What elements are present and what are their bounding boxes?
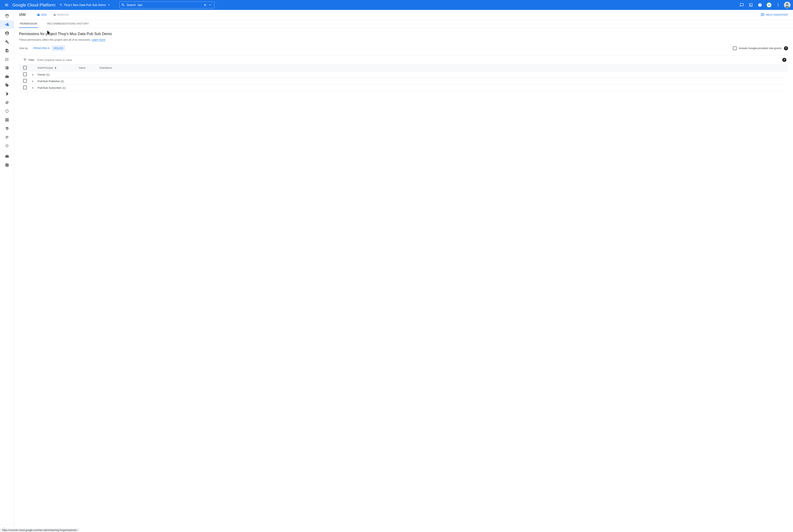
help-label: HELP ASSISTANT bbox=[766, 13, 788, 16]
learn-more-link[interactable]: Learn more bbox=[92, 38, 105, 41]
person-circle-icon bbox=[5, 31, 9, 36]
add-label: ADD bbox=[41, 13, 47, 16]
search-input[interactable] bbox=[138, 3, 203, 6]
badge-icon bbox=[5, 75, 9, 79]
nav-org-policies[interactable] bbox=[2, 55, 12, 63]
main-content: IAM ADD REMOVE HELP ASSISTANT PERMISSION… bbox=[14, 10, 793, 532]
gear-icon bbox=[5, 100, 9, 104]
grid-expand-icon bbox=[5, 118, 9, 122]
expand-row-button[interactable] bbox=[31, 80, 38, 83]
table-header: Role/Principal Name Inheritance bbox=[19, 64, 788, 71]
filter-help-button[interactable]: ? bbox=[782, 58, 787, 62]
filter-label: Filter bbox=[29, 58, 35, 61]
remove-button[interactable]: REMOVE bbox=[51, 11, 71, 19]
filter-input[interactable] bbox=[37, 58, 782, 61]
chevron-right-icon bbox=[31, 73, 34, 76]
notification-count: 6 bbox=[767, 2, 772, 8]
col-inheritance[interactable]: Inheritance bbox=[99, 66, 124, 69]
table-row: Pub/Sub Publisher (2) bbox=[19, 78, 788, 84]
nav-tags[interactable] bbox=[2, 90, 12, 98]
chat-button[interactable] bbox=[738, 1, 746, 9]
nav-iap[interactable] bbox=[2, 116, 12, 124]
chat-help-icon bbox=[761, 13, 764, 17]
view-by-label: View by: bbox=[19, 47, 28, 50]
tab-permission[interactable]: PERMISSION bbox=[19, 20, 38, 28]
filter-icon bbox=[23, 58, 27, 62]
search-clear-button[interactable] bbox=[203, 2, 207, 7]
filter-row: Filter ? bbox=[19, 55, 788, 64]
expand-row-button[interactable] bbox=[31, 87, 38, 89]
nav-roles[interactable] bbox=[2, 125, 12, 133]
row-checkbox[interactable] bbox=[23, 72, 27, 76]
chevron-down-icon bbox=[208, 3, 212, 7]
more-button[interactable] bbox=[774, 1, 782, 9]
nav-iam-admin[interactable] bbox=[2, 12, 12, 20]
search-dropdown-button[interactable] bbox=[207, 2, 213, 7]
row-checkbox[interactable] bbox=[23, 86, 27, 89]
tag-icon bbox=[5, 83, 9, 87]
help-assistant-button[interactable]: HELP ASSISTANT bbox=[761, 13, 788, 17]
key-box-icon bbox=[5, 66, 9, 70]
nav-identity[interactable] bbox=[2, 29, 12, 37]
page-title: IAM bbox=[19, 13, 25, 17]
project-selector[interactable]: Thuy's Mux Data Pub Sub Demo bbox=[59, 3, 111, 7]
notifications-button[interactable]: 6 bbox=[765, 1, 773, 9]
permissions-description: These permissions affect this project an… bbox=[19, 38, 788, 41]
role-label: Pub/Sub Publisher (2) bbox=[38, 80, 788, 83]
nav-settings[interactable] bbox=[2, 98, 12, 107]
col-name[interactable]: Name bbox=[79, 66, 99, 69]
nav-essential-contacts[interactable] bbox=[2, 142, 12, 150]
status-bar-url: https://console.cloud.google.com/iam-adm… bbox=[0, 528, 79, 532]
include-google-help-button[interactable]: ? bbox=[784, 46, 788, 50]
wrench-icon bbox=[5, 40, 9, 44]
select-all-checkbox[interactable] bbox=[23, 66, 27, 70]
include-google-checkbox[interactable]: Include Google-provided role grants bbox=[733, 46, 781, 50]
row-checkbox[interactable] bbox=[23, 79, 27, 83]
nav-policy-troubleshooter[interactable] bbox=[2, 38, 12, 46]
project-name: Thuy's Mux Data Pub Sub Demo bbox=[64, 3, 106, 6]
close-icon bbox=[203, 3, 207, 7]
nav-groups[interactable] bbox=[2, 152, 12, 160]
nav-service-accounts[interactable] bbox=[2, 64, 12, 72]
svg-point-5 bbox=[778, 6, 778, 6]
svg-point-7 bbox=[786, 3, 788, 5]
help-button[interactable] bbox=[756, 1, 764, 9]
shield-icon bbox=[5, 109, 9, 113]
view-roles-toggle[interactable]: ROLES bbox=[52, 45, 65, 51]
col-role-principal[interactable]: Role/Principal bbox=[38, 66, 79, 69]
person-add-icon bbox=[36, 13, 40, 17]
chevron-right-icon bbox=[31, 87, 34, 89]
briefcase-icon bbox=[5, 154, 9, 158]
tabs: PERMISSION RECOMMENDATIONS HISTORY bbox=[14, 20, 793, 28]
list-icon bbox=[5, 57, 9, 61]
table-row: Pub/Sub Subscriber (1) bbox=[19, 84, 788, 91]
sort-asc-icon bbox=[54, 66, 57, 69]
svg-point-1 bbox=[61, 4, 62, 4]
menu-button[interactable] bbox=[2, 0, 12, 10]
nav-audit-logs[interactable] bbox=[2, 133, 12, 141]
chat-icon bbox=[740, 3, 744, 7]
tab-recommendations-history[interactable]: RECOMMENDATIONS HISTORY bbox=[47, 20, 90, 28]
add-button[interactable]: ADD bbox=[35, 11, 48, 19]
nav-policy-analyzer[interactable] bbox=[2, 46, 12, 55]
nav-labels[interactable] bbox=[2, 81, 12, 89]
nav-iam[interactable] bbox=[0, 20, 14, 29]
diamond-icon bbox=[5, 144, 9, 148]
hamburger-icon bbox=[4, 3, 9, 7]
account-button[interactable] bbox=[783, 1, 791, 9]
nav-workload-identity[interactable] bbox=[2, 72, 12, 81]
logs-icon bbox=[5, 135, 9, 139]
cloud-shell-button[interactable] bbox=[747, 1, 755, 9]
nav-privacy[interactable] bbox=[2, 107, 12, 115]
nav-quotas[interactable] bbox=[2, 161, 12, 169]
remove-label: REMOVE bbox=[57, 13, 69, 16]
person-add-icon bbox=[5, 22, 9, 27]
view-principals-toggle[interactable]: PRINCIPALS bbox=[31, 45, 52, 51]
search-box[interactable]: Search bbox=[119, 1, 214, 8]
chevron-right-icon bbox=[31, 80, 34, 83]
search-icon bbox=[121, 3, 125, 7]
product-logo[interactable]: Google Cloud Platform bbox=[12, 3, 56, 7]
topbar-utilities: 6 bbox=[738, 1, 791, 9]
expand-row-button[interactable] bbox=[31, 73, 38, 76]
project-icon bbox=[59, 3, 62, 6]
